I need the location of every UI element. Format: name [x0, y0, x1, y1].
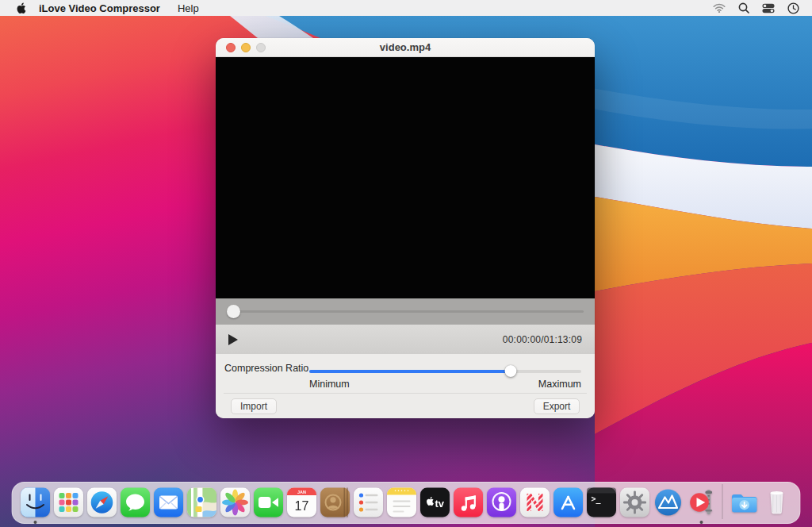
facetime-icon	[253, 487, 285, 518]
dock-item-messages[interactable]	[120, 487, 151, 518]
dock-item-calendar[interactable]: JAN 17	[286, 487, 318, 518]
app-store-icon	[553, 487, 584, 518]
photos-icon	[220, 487, 251, 518]
downloads-folder-icon	[728, 487, 760, 518]
dock-item-peaks-app[interactable]	[653, 487, 684, 518]
dock-item-app-store[interactable]	[553, 487, 584, 518]
minimum-label: Minimum	[309, 379, 350, 390]
notes-icon	[386, 487, 418, 518]
reminders-icon	[353, 487, 385, 518]
trash-icon	[761, 487, 793, 518]
clock-icon[interactable]	[787, 2, 799, 14]
dock-item-photos[interactable]	[220, 487, 251, 518]
safari-icon	[86, 487, 118, 518]
video-compressor-icon	[686, 487, 718, 518]
time-display: 00:00:00/01:13:09	[503, 334, 582, 345]
maps-icon	[186, 487, 218, 518]
apple-menu[interactable]	[16, 2, 26, 14]
running-indicator	[700, 521, 703, 524]
control-center-icon[interactable]	[762, 3, 775, 13]
wifi-icon[interactable]	[713, 3, 726, 13]
window-title: video.mp4	[216, 41, 595, 53]
launchpad-icon	[53, 487, 85, 518]
apple-logo-icon	[16, 2, 26, 14]
music-icon	[453, 487, 485, 518]
panel-divider	[224, 393, 587, 394]
finder-icon	[20, 487, 52, 518]
minimize-button[interactable]	[241, 43, 251, 52]
dock-item-notes[interactable]	[386, 487, 418, 518]
search-icon[interactable]	[738, 2, 749, 13]
dock-item-terminal[interactable]: >_	[586, 487, 618, 518]
calendar-icon: JAN 17	[286, 487, 318, 518]
compression-ratio-label: Compression Ratio	[224, 363, 308, 374]
dock-item-trash[interactable]	[761, 487, 793, 518]
play-button[interactable]	[228, 334, 238, 345]
dock-item-downloads-folder[interactable]	[728, 487, 760, 518]
contacts-icon	[320, 487, 351, 518]
dock-item-mail[interactable]	[153, 487, 185, 518]
dock-item-reminders[interactable]	[353, 487, 385, 518]
menu-item-help[interactable]: Help	[178, 2, 199, 14]
peaks-app-icon	[653, 487, 684, 518]
dock-item-maps[interactable]	[186, 487, 218, 518]
dock-item-launchpad[interactable]	[53, 487, 85, 518]
import-button[interactable]: Import	[231, 398, 277, 414]
dock-item-finder[interactable]	[20, 487, 52, 518]
video-compressor-window: video.mp4 00:00:00/01:13:09 Compression …	[216, 38, 595, 418]
compression-slider-fill	[309, 370, 511, 373]
seek-thumb[interactable]	[227, 305, 240, 318]
mail-icon	[153, 487, 185, 518]
tv-label-text: tv	[435, 498, 445, 510]
dock-item-music[interactable]	[453, 487, 485, 518]
seek-bar[interactable]	[216, 298, 595, 325]
dock-item-news[interactable]	[519, 487, 551, 518]
window-title-bar[interactable]: video.mp4	[216, 38, 595, 57]
dock-item-system-preferences[interactable]	[619, 487, 651, 518]
compression-slider[interactable]	[309, 365, 581, 377]
video-display-area	[216, 57, 595, 298]
dock-item-video-compressor[interactable]	[686, 487, 718, 518]
maximum-label: Maximum	[538, 379, 581, 390]
apple-tv-icon: tv	[419, 487, 451, 518]
zoom-button-disabled	[256, 43, 266, 52]
compression-slider-thumb[interactable]	[504, 365, 516, 377]
dock-item-contacts[interactable]	[320, 487, 351, 518]
dock-separator	[722, 484, 723, 519]
dock-item-safari[interactable]	[86, 487, 118, 518]
messages-icon	[120, 487, 151, 518]
close-button[interactable]	[226, 43, 236, 52]
active-app-name[interactable]: iLove Video Compressor	[39, 2, 160, 14]
dock-item-apple-tv[interactable]: tv	[419, 487, 451, 518]
terminal-prompt-text: >_	[592, 494, 602, 504]
export-button[interactable]: Export	[534, 398, 580, 414]
system-preferences-icon	[619, 487, 651, 518]
running-indicator	[34, 521, 37, 524]
dock-item-facetime[interactable]	[253, 487, 285, 518]
seek-track[interactable]	[227, 310, 584, 313]
compression-panel: Compression Ratio Minimum Maximum Import…	[216, 354, 595, 418]
terminal-icon: >_	[586, 487, 618, 518]
menu-bar: iLove Video Compressor Help	[0, 0, 812, 16]
calendar-month-text: JAN	[297, 490, 306, 494]
podcasts-icon	[486, 487, 518, 518]
dock-item-podcasts[interactable]	[486, 487, 518, 518]
dock: JAN 17	[12, 482, 801, 524]
transport-bar: 00:00:00/01:13:09	[216, 325, 595, 354]
calendar-day-text: 17	[295, 499, 309, 513]
news-icon	[519, 487, 551, 518]
